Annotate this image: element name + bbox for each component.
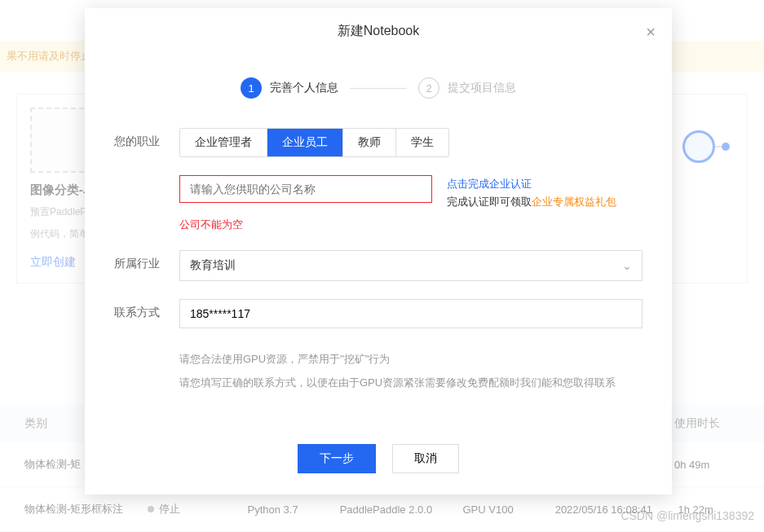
industry-label: 所属行业 xyxy=(114,250,179,271)
step-number: 1 xyxy=(241,77,262,99)
close-icon[interactable]: × xyxy=(646,23,656,42)
occupation-option-student[interactable]: 学生 xyxy=(396,129,448,156)
cert-highlight: 企业专属权益礼包 xyxy=(532,196,616,208)
cert-text: 完成认证即可领取 xyxy=(447,196,532,208)
industry-value: 教育培训 xyxy=(190,258,236,273)
new-notebook-modal: 新建Notebook × 1 完善个人信息 2 提交项目信息 您的职业 企业管理… xyxy=(85,8,672,495)
occupation-option-employee[interactable]: 企业员工 xyxy=(267,129,343,156)
next-button[interactable]: 下一步 xyxy=(298,444,376,473)
step-2: 2 提交项目信息 xyxy=(418,77,516,99)
contact-note: 请您填写正确的联系方式，以便在由于GPU资源紧张需要修改免费配额时我们能和您取得… xyxy=(179,373,643,394)
industry-select[interactable]: 教育培训 ⌄ xyxy=(179,250,643,281)
step-label: 提交项目信息 xyxy=(448,81,516,95)
profile-form: 您的职业 企业管理者 企业员工 教师 学生 点击完成企业认证 完成认证即可领取企… xyxy=(85,128,672,428)
occupation-row: 您的职业 企业管理者 企业员工 教师 学生 xyxy=(114,128,643,157)
modal-footer: 下一步 取消 xyxy=(85,428,672,495)
occupation-label: 您的职业 xyxy=(114,128,179,149)
modal-header: 新建Notebook × xyxy=(85,8,672,55)
step-number: 2 xyxy=(418,77,439,99)
industry-row: 所属行业 教育培训 ⌄ xyxy=(114,250,643,281)
step-1: 1 完善个人信息 xyxy=(241,77,338,99)
contact-input[interactable] xyxy=(179,299,643,328)
chevron-down-icon: ⌄ xyxy=(622,259,632,272)
certification-link[interactable]: 点击完成企业认证 xyxy=(447,178,532,190)
contact-row: 联系方式 xyxy=(114,299,643,328)
gpu-note: 请您合法使用GPU资源，严禁用于"挖矿"行为 xyxy=(179,350,643,370)
step-label: 完善个人信息 xyxy=(270,81,338,95)
occupation-option-manager[interactable]: 企业管理者 xyxy=(180,129,267,156)
notes-row: 请您合法使用GPU资源，严禁用于"挖矿"行为 请您填写正确的联系方式，以便在由于… xyxy=(114,346,643,393)
certification-side: 点击完成企业认证 完成认证即可领取企业专属权益礼包 xyxy=(447,175,616,211)
occupation-options: 企业管理者 企业员工 教师 学生 xyxy=(179,128,449,157)
empty-label xyxy=(114,175,179,182)
step-divider xyxy=(350,88,407,89)
company-error: 公司不能为空 xyxy=(179,218,643,232)
cancel-button[interactable]: 取消 xyxy=(392,444,459,473)
company-input[interactable] xyxy=(179,175,432,203)
modal-title: 新建Notebook xyxy=(338,24,420,37)
step-indicator: 1 完善个人信息 2 提交项目信息 xyxy=(85,55,672,128)
contact-label: 联系方式 xyxy=(114,299,179,320)
company-row: 点击完成企业认证 完成认证即可领取企业专属权益礼包 公司不能为空 xyxy=(114,175,643,232)
occupation-option-teacher[interactable]: 教师 xyxy=(343,129,396,156)
